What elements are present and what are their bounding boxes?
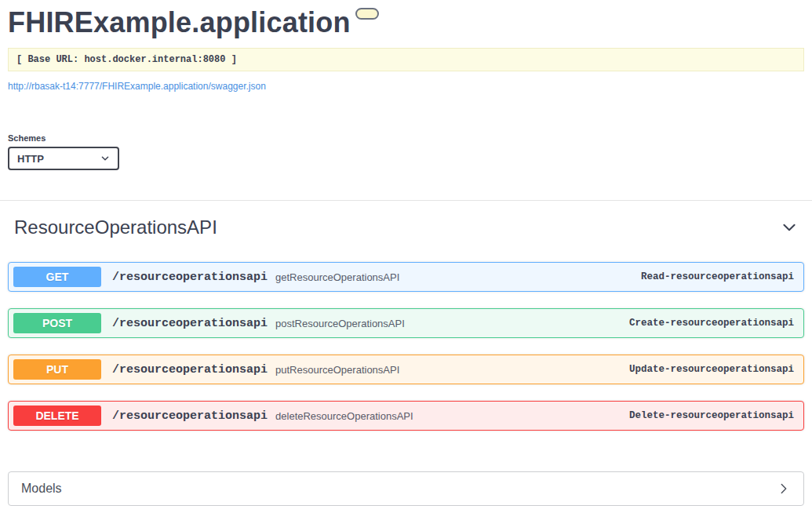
method-badge-post[interactable]: POST xyxy=(13,313,101,333)
operation-path: /resourceoperationsapi xyxy=(112,363,268,376)
operation-path: /resourceoperationsapi xyxy=(112,271,268,284)
models-section[interactable]: Models xyxy=(8,471,804,506)
chevron-down-icon xyxy=(100,154,110,163)
operation-description: Create-resourceoperationsapi xyxy=(629,318,794,329)
base-url-bar: [ Base URL: host.docker.internal:8080 ] xyxy=(8,48,804,71)
api-section-title: ResourceOperationsAPI xyxy=(14,216,217,238)
models-label: Models xyxy=(21,482,62,496)
page: FHIRExample.application [ Base URL: host… xyxy=(0,0,812,506)
operation-path: /resourceoperationsapi xyxy=(112,317,268,330)
chevron-right-icon[interactable] xyxy=(777,482,791,496)
method-badge-put[interactable]: PUT xyxy=(13,359,101,380)
schemes-selected-value: HTTP xyxy=(17,153,44,165)
operation-description: Delete-resourceoperationsapi xyxy=(629,410,794,421)
operation-id: postResourceOperationsAPI xyxy=(275,318,405,329)
method-badge-delete[interactable]: DELETE xyxy=(13,406,101,426)
operation-row-put[interactable]: PUT /resourceoperationsapi putResourceOp… xyxy=(8,355,804,384)
operation-description: Read-resourceoperationsapi xyxy=(641,271,794,282)
schemes-select[interactable]: HTTP xyxy=(8,147,119,170)
operation-row-get[interactable]: GET /resourceoperationsapi getResourceOp… xyxy=(8,262,804,292)
method-badge-get[interactable]: GET xyxy=(13,267,101,287)
chevron-down-icon[interactable] xyxy=(781,219,798,236)
operation-id: deleteResourceOperationsAPI xyxy=(275,410,413,422)
schemes-label: Schemes xyxy=(8,133,804,143)
api-section-header[interactable]: ResourceOperationsAPI xyxy=(8,201,804,238)
page-title: FHIRExample.application xyxy=(8,6,351,38)
operation-description: Update-resourceoperationsapi xyxy=(629,364,794,375)
title-badge-icon xyxy=(355,8,379,20)
operation-row-delete[interactable]: DELETE /resourceoperationsapi deleteReso… xyxy=(8,401,804,431)
operation-id: getResourceOperationsAPI xyxy=(275,271,399,283)
title-row: FHIRExample.application xyxy=(8,6,804,38)
schemes-block: Schemes HTTP xyxy=(8,133,804,170)
swagger-spec-link[interactable]: http://rbasak-t14:7777/FHIRExample.appli… xyxy=(8,81,266,92)
operations-list: GET /resourceoperationsapi getResourceOp… xyxy=(8,262,804,431)
operation-id: putResourceOperationsAPI xyxy=(275,364,399,376)
operation-row-post[interactable]: POST /resourceoperationsapi postResource… xyxy=(8,308,804,338)
operation-path: /resourceoperationsapi xyxy=(112,409,268,423)
